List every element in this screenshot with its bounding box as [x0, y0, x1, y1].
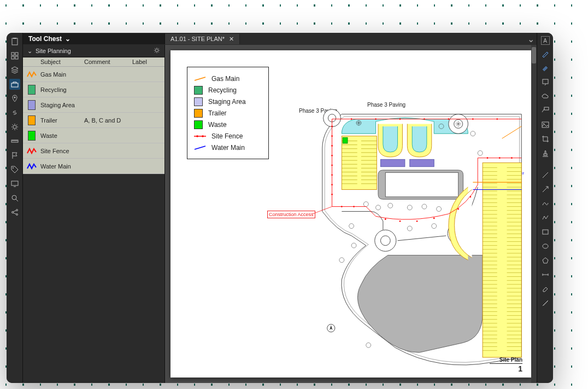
- settings-icon[interactable]: [9, 121, 20, 132]
- panel-title-bar[interactable]: Tool Chest ⌄: [23, 33, 165, 44]
- svg-point-78: [331, 126, 333, 127]
- stamp-icon[interactable]: [540, 148, 551, 159]
- image-icon[interactable]: [540, 119, 551, 130]
- layers-icon[interactable]: [9, 65, 20, 76]
- legend-swatch-icon: [194, 97, 203, 106]
- title-block: Site Plan 1: [490, 357, 522, 373]
- svg-point-82: [331, 165, 333, 166]
- svg-line-21: [195, 146, 205, 149]
- legend: Gas MainRecyclingStaging AreaTrailerWast…: [187, 67, 269, 159]
- arrow-tool-icon[interactable]: [540, 184, 551, 195]
- ellipse-tool-icon[interactable]: [540, 241, 551, 252]
- svg-point-88: [385, 218, 386, 220]
- swatch-icon: [28, 85, 36, 95]
- tag-icon[interactable]: [9, 164, 20, 175]
- svg-point-81: [331, 155, 333, 156]
- toolbox-icon[interactable]: [9, 79, 20, 90]
- pen-tool-icon[interactable]: [540, 48, 551, 59]
- polygon-tool-icon[interactable]: [540, 255, 551, 266]
- dimension-tool-icon[interactable]: [540, 269, 551, 280]
- swatch-icon: [28, 100, 36, 110]
- svg-point-96: [511, 157, 513, 159]
- svg-point-12: [12, 195, 16, 200]
- eraser-tool-icon[interactable]: [540, 283, 551, 294]
- zigzag-icon: [26, 162, 37, 171]
- line-tool-icon[interactable]: [540, 170, 551, 181]
- tool-subject: Site Fence: [40, 148, 84, 154]
- vertical-scrollbar[interactable]: [531, 45, 537, 383]
- svg-rect-6: [11, 83, 18, 87]
- gear-icon[interactable]: [154, 47, 160, 55]
- svg-point-111: [543, 244, 548, 248]
- svg-point-92: [457, 208, 459, 210]
- measure-tool-icon[interactable]: [540, 298, 551, 309]
- highlighter-icon[interactable]: [540, 62, 551, 73]
- legend-swatch-icon: [194, 120, 203, 129]
- curve-tool-icon[interactable]: [540, 198, 551, 209]
- svg-point-85: [331, 194, 333, 195]
- legend-label: Recycling: [208, 86, 237, 94]
- left-toolbar: [7, 33, 23, 383]
- svg-point-83: [331, 174, 333, 176]
- legend-label: Trailer: [208, 109, 227, 117]
- svg-point-99: [399, 118, 401, 120]
- column-headers: Subject Comment Label: [23, 57, 164, 67]
- tool-row[interactable]: Water Main: [23, 159, 164, 174]
- legend-line-icon: [194, 145, 206, 150]
- tab-overflow-icon[interactable]: ⌄: [525, 34, 537, 44]
- svg-point-90: [416, 220, 418, 222]
- link-icon[interactable]: [9, 107, 20, 118]
- svg-rect-105: [543, 79, 548, 84]
- zigzag-icon: [26, 70, 37, 79]
- grid-icon[interactable]: [9, 50, 20, 61]
- callout-icon[interactable]: [540, 105, 551, 116]
- close-tab-icon[interactable]: ✕: [229, 36, 234, 43]
- svg-point-84: [331, 184, 333, 185]
- canvas[interactable]: Gas MainRecyclingStaging AreaTrailerWast…: [165, 45, 537, 383]
- map-marker-icon[interactable]: [9, 93, 20, 104]
- scrollbar-thumb[interactable]: [532, 47, 536, 63]
- col-comment: Comment: [84, 59, 132, 65]
- tool-chest-panel: ⌄ Site Planning Subject Comment Label Ga…: [23, 45, 165, 383]
- polyline-icon[interactable]: [540, 212, 551, 223]
- tool-row[interactable]: Site Fence: [23, 143, 164, 159]
- flag-icon[interactable]: [9, 150, 20, 161]
- tool-subject: Gas Main: [40, 71, 84, 78]
- tool-row[interactable]: Waste: [23, 128, 164, 143]
- monitor-icon[interactable]: [9, 178, 20, 189]
- svg-rect-109: [544, 154, 547, 155]
- clipboard-icon[interactable]: [9, 36, 20, 47]
- tool-row[interactable]: Trailer A, B, C and D: [23, 113, 164, 128]
- svg-point-97: [351, 118, 352, 120]
- cloud-icon[interactable]: [540, 91, 551, 102]
- document-tab[interactable]: A1.01 - SITE PLAN* ✕: [165, 34, 240, 44]
- ruler-icon[interactable]: [9, 136, 20, 147]
- section-header[interactable]: ⌄ Site Planning: [23, 45, 164, 57]
- col-subject: Subject: [40, 59, 84, 65]
- tool-list: Gas Main Recycling Staging Area Trailer …: [23, 67, 164, 174]
- svg-point-74: [366, 342, 371, 347]
- text-tool-icon[interactable]: A: [541, 36, 550, 45]
- document-page[interactable]: Gas MainRecyclingStaging AreaTrailerWast…: [170, 50, 531, 378]
- search-icon[interactable]: [9, 193, 20, 204]
- share-icon[interactable]: [9, 207, 20, 218]
- legend-label: Water Main: [211, 144, 245, 152]
- note-icon[interactable]: [540, 77, 551, 88]
- svg-rect-4: [11, 56, 14, 59]
- legend-swatch-icon: [194, 86, 203, 95]
- rectangle-tool-icon[interactable]: [540, 227, 551, 237]
- svg-rect-49: [343, 137, 348, 143]
- tool-row[interactable]: Recycling: [23, 82, 164, 97]
- legend-label: Gas Main: [211, 75, 239, 83]
- svg-point-58: [380, 236, 390, 246]
- tool-row[interactable]: Staging Area: [23, 97, 164, 113]
- svg-rect-48: [410, 159, 434, 166]
- svg-point-98: [375, 118, 377, 120]
- crop-icon[interactable]: [540, 133, 551, 144]
- svg-point-91: [433, 218, 435, 219]
- tool-comment: A, B, C and D: [84, 117, 132, 124]
- tool-row[interactable]: Gas Main: [23, 67, 164, 82]
- tool-subject: Trailer: [40, 117, 84, 124]
- svg-rect-110: [543, 230, 548, 234]
- svg-rect-2: [11, 53, 14, 55]
